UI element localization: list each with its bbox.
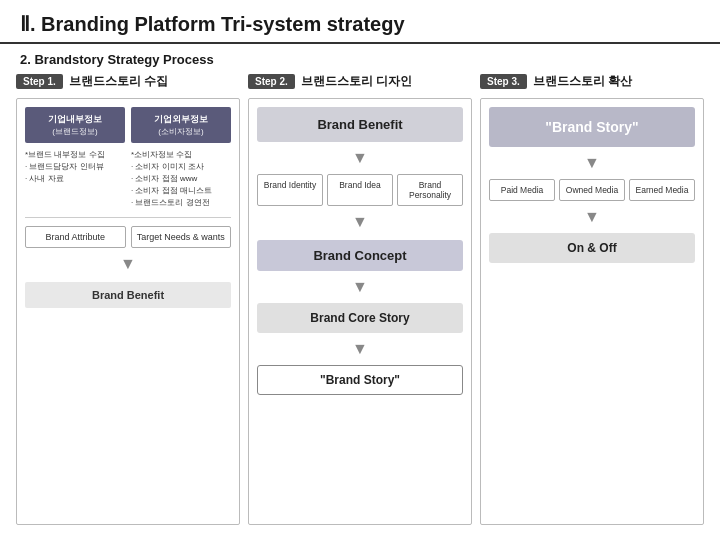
bullet-col-left: *브랜드 내부정보 수집 · 브랜드담당자 인터뷰 · 사내 자료 [25, 149, 125, 209]
brand-idea-box: Brand Idea [327, 174, 393, 206]
section-title: 2. Brandstory Strategy Process [0, 44, 720, 73]
step-1-header: Step 1. 브랜드스토리 수집 [16, 73, 240, 90]
brand-core-story-box: Brand Core Story [257, 303, 463, 333]
step-1-label: 브랜드스토리 수집 [69, 73, 168, 90]
info-boxes: 기업내부정보 (브랜드정보) 기업외부정보 (소비자정보) [25, 107, 231, 143]
arrow-down-3: ▼ [257, 214, 463, 230]
media-boxes-row: Paid Media Owned Media Earned Media [489, 179, 695, 201]
step-3-body: "Brand Story" ▼ Paid Media Owned Media E… [480, 98, 704, 525]
brand-story-tag: "Brand Story" [257, 365, 463, 395]
info-box-external: 기업외부정보 (소비자정보) [131, 107, 231, 143]
main-content: Step 1. 브랜드스토리 수집 기업내부정보 (브랜드정보) 기업외부정보 … [0, 73, 720, 533]
arrow-down-4: ▼ [257, 279, 463, 295]
step-3-header: Step 3. 브랜드스토리 확산 [480, 73, 704, 90]
arrow-down-5: ▼ [257, 341, 463, 357]
brand-identity-box: Brand Identity [257, 174, 323, 206]
three-boxes-row: Brand Identity Brand Idea Brand Personal… [257, 174, 463, 206]
page-title: Ⅱ. Branding Platform Tri-system strategy [20, 12, 700, 36]
small-boxes-row: Brand Attribute Target Needs & wants [25, 226, 231, 248]
arrow-down-6: ▼ [489, 155, 695, 171]
brand-benefit-box: Brand Benefit [25, 282, 231, 308]
bullet-col-right: *소비자정보 수집 · 소비자 이미지 조사 · 소비자 접점 www · 소비… [131, 149, 231, 209]
on-off-box: On & Off [489, 233, 695, 263]
step-2-header: Step 2. 브랜드스토리 디자인 [248, 73, 472, 90]
info-box-internal: 기업내부정보 (브랜드정보) [25, 107, 125, 143]
step-3-badge: Step 3. [480, 74, 527, 89]
step-2-column: Step 2. 브랜드스토리 디자인 Brand Benefit ▼ Brand… [248, 73, 472, 525]
step-3-label: 브랜드스토리 확산 [533, 73, 632, 90]
brand-attribute-box: Brand Attribute [25, 226, 126, 248]
step-2-body: Brand Benefit ▼ Brand Identity Brand Ide… [248, 98, 472, 525]
page-container: Ⅱ. Branding Platform Tri-system strategy… [0, 0, 720, 533]
owned-media-box: Owned Media [559, 179, 625, 201]
step-3-column: Step 3. 브랜드스토리 확산 "Brand Story" ▼ Paid M… [480, 73, 704, 525]
paid-media-box: Paid Media [489, 179, 555, 201]
step-1-body: 기업내부정보 (브랜드정보) 기업외부정보 (소비자정보) *브랜드 내부정보 … [16, 98, 240, 525]
arrow-down-1: ▼ [25, 256, 231, 272]
bullet-section: *브랜드 내부정보 수집 · 브랜드담당자 인터뷰 · 사내 자료 *소비자정보… [25, 149, 231, 209]
step-2-label: 브랜드스토리 디자인 [301, 73, 412, 90]
separator [25, 217, 231, 218]
page-header: Ⅱ. Branding Platform Tri-system strategy [0, 0, 720, 44]
arrow-down-7: ▼ [489, 209, 695, 225]
step-2-badge: Step 2. [248, 74, 295, 89]
brand-personality-box: Brand Personality [397, 174, 463, 206]
target-needs-box: Target Needs & wants [131, 226, 232, 248]
brand-concept-box: Brand Concept [257, 240, 463, 271]
arrow-down-2: ▼ [257, 150, 463, 166]
step-1-column: Step 1. 브랜드스토리 수집 기업내부정보 (브랜드정보) 기업외부정보 … [16, 73, 240, 525]
brand-story-large: "Brand Story" [489, 107, 695, 147]
brand-story-text: "Brand Story" [545, 119, 638, 135]
earned-media-box: Earned Media [629, 179, 695, 201]
step-1-badge: Step 1. [16, 74, 63, 89]
brand-benefit-large: Brand Benefit [257, 107, 463, 142]
